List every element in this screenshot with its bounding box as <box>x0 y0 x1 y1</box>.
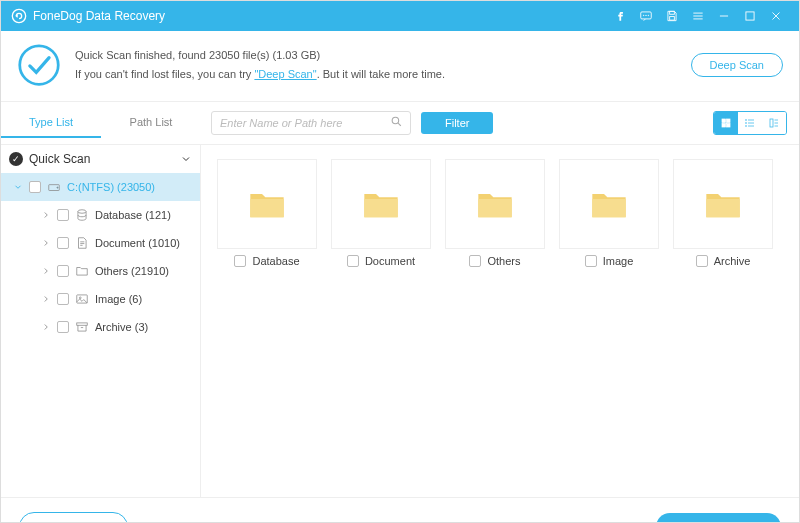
folder-name: Document <box>365 255 415 267</box>
filter-button[interactable]: Filter <box>421 112 493 134</box>
folder-thumb <box>445 159 545 249</box>
recover-button[interactable]: Recover <box>656 513 781 523</box>
tree-item-image[interactable]: Image (6) <box>1 285 200 313</box>
checkbox[interactable] <box>696 255 708 267</box>
svg-rect-18 <box>727 119 731 123</box>
folder-name: Database <box>252 255 299 267</box>
checkbox[interactable] <box>57 293 69 305</box>
checkbox[interactable] <box>234 255 246 267</box>
svg-line-16 <box>398 123 401 126</box>
chevron-down-icon[interactable] <box>180 153 192 165</box>
image-icon <box>75 292 89 306</box>
tree-root-quick-scan[interactable]: Quick Scan <box>1 145 200 173</box>
view-detail-button[interactable] <box>762 112 786 134</box>
folder-item[interactable]: Image <box>553 159 665 267</box>
folder-item[interactable]: Database <box>211 159 323 267</box>
drive-icon <box>47 180 61 194</box>
chevron-down-icon[interactable] <box>13 182 23 192</box>
checkbox[interactable] <box>57 237 69 249</box>
checkbox[interactable] <box>469 255 481 267</box>
tree-item-label: Archive (3) <box>95 321 148 333</box>
status-message: Quick Scan finished, found 23050 file(s)… <box>75 46 677 83</box>
svg-rect-5 <box>670 11 675 14</box>
search-input[interactable] <box>211 111 411 135</box>
svg-rect-27 <box>770 119 773 127</box>
folder-grid: Database Document Others Image Archive <box>201 145 799 497</box>
svg-point-25 <box>746 123 747 124</box>
chevron-right-icon[interactable] <box>41 322 51 332</box>
tree-item-document[interactable]: Document (1010) <box>1 229 200 257</box>
tree-item-database[interactable]: Database (121) <box>1 201 200 229</box>
checkbox[interactable] <box>585 255 597 267</box>
folder-thumb <box>559 159 659 249</box>
tree-item-others[interactable]: Others (21910) <box>1 257 200 285</box>
svg-point-0 <box>12 9 25 22</box>
footer: Back Recover <box>1 497 799 523</box>
feedback-icon[interactable] <box>633 1 659 31</box>
back-button[interactable]: Back <box>19 512 128 523</box>
svg-point-38 <box>79 297 81 299</box>
app-logo: FoneDog Data Recovery <box>11 8 165 24</box>
svg-rect-39 <box>77 323 88 325</box>
search-field-wrap <box>211 111 411 135</box>
tree-item-label: Others (21910) <box>95 265 169 277</box>
facebook-icon[interactable] <box>607 1 633 31</box>
checkbox[interactable] <box>57 265 69 277</box>
svg-point-14 <box>20 46 59 85</box>
tab-type-list[interactable]: Type List <box>1 108 101 138</box>
save-icon[interactable] <box>659 1 685 31</box>
checkmark-icon <box>17 43 61 87</box>
checkbox[interactable] <box>57 209 69 221</box>
svg-rect-19 <box>722 124 726 128</box>
chevron-right-icon[interactable] <box>41 238 51 248</box>
checkbox[interactable] <box>29 181 41 193</box>
database-icon <box>75 208 89 222</box>
view-grid-button[interactable] <box>714 112 738 134</box>
maximize-icon[interactable] <box>737 1 763 31</box>
tab-path-list[interactable]: Path List <box>101 108 201 138</box>
menu-icon[interactable] <box>685 1 711 31</box>
toolbar: Type List Path List Filter <box>1 102 799 145</box>
view-list-button[interactable] <box>738 112 762 134</box>
sidebar-tree: Quick Scan C:(NTFS) (23050) Database (12… <box>1 145 201 497</box>
checkbox[interactable] <box>347 255 359 267</box>
folder-item[interactable]: Document <box>325 159 437 267</box>
svg-point-26 <box>746 126 747 127</box>
folder-name: Others <box>487 255 520 267</box>
folder-item[interactable]: Others <box>439 159 551 267</box>
svg-point-33 <box>78 210 86 214</box>
close-icon[interactable] <box>763 1 789 31</box>
title-bar: FoneDog Data Recovery <box>1 1 799 31</box>
folder-item[interactable]: Archive <box>667 159 779 267</box>
search-icon[interactable] <box>390 114 403 132</box>
sidebar-tabs: Type List Path List <box>1 108 201 138</box>
folder-icon <box>75 264 89 278</box>
app-title: FoneDog Data Recovery <box>33 9 165 23</box>
view-switch <box>713 111 787 135</box>
chevron-right-icon[interactable] <box>41 210 51 220</box>
svg-rect-6 <box>670 17 675 20</box>
folder-thumb <box>673 159 773 249</box>
svg-rect-20 <box>727 124 731 128</box>
svg-point-15 <box>392 117 399 124</box>
svg-point-24 <box>746 120 747 121</box>
deep-scan-button[interactable]: Deep Scan <box>691 53 783 77</box>
tree-item-label: Document (1010) <box>95 237 180 249</box>
folder-name: Archive <box>714 255 751 267</box>
chevron-right-icon[interactable] <box>41 294 51 304</box>
tree-item-archive[interactable]: Archive (3) <box>1 313 200 341</box>
minimize-icon[interactable] <box>711 1 737 31</box>
deep-scan-link[interactable]: "Deep Scan" <box>254 68 316 80</box>
checkbox[interactable] <box>57 321 69 333</box>
tree-drive-label: C:(NTFS) (23050) <box>67 181 155 193</box>
svg-rect-17 <box>722 119 726 123</box>
tree-item-label: Database (121) <box>95 209 171 221</box>
chevron-right-icon[interactable] <box>41 266 51 276</box>
svg-point-4 <box>648 15 649 16</box>
folder-thumb <box>331 159 431 249</box>
tree-drive[interactable]: C:(NTFS) (23050) <box>1 173 200 201</box>
document-icon <box>75 236 89 250</box>
folder-thumb <box>217 159 317 249</box>
tree-root-label: Quick Scan <box>29 152 174 166</box>
svg-point-3 <box>646 15 647 16</box>
